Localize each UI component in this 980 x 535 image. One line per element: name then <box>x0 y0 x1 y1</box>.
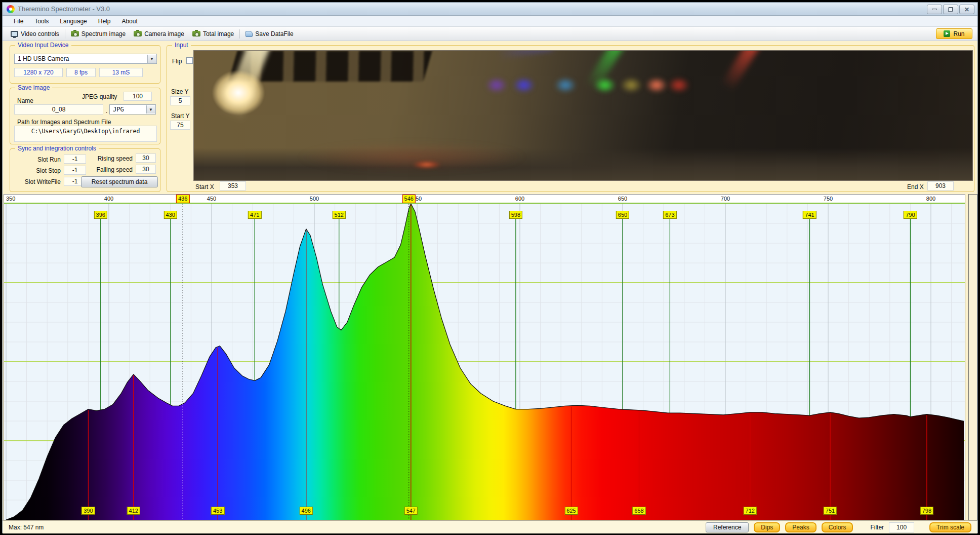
format-value: JPG <box>113 106 124 113</box>
filter-field[interactable]: 100 <box>889 522 914 532</box>
restore-button[interactable] <box>943 5 958 14</box>
spectrum-plot[interactable] <box>4 204 965 520</box>
speed-label-1: Falling speed <box>90 166 133 173</box>
peak-label-712[interactable]: 712 <box>744 507 757 515</box>
toolbar-label: Total image <box>203 30 234 37</box>
spectrum-chart[interactable]: 350400450500550600650700750800436546 396… <box>4 194 965 520</box>
toolbar-total-image[interactable]: Total image <box>188 29 238 39</box>
slot-field-1[interactable]: -1 <box>64 166 86 175</box>
start-x-field[interactable]: 353 <box>220 181 246 190</box>
minimize-button[interactable] <box>927 5 942 14</box>
dip-label-790[interactable]: 790 <box>904 211 917 219</box>
menu-file[interactable]: File <box>9 17 28 26</box>
axis-tick-700: 700 <box>721 196 730 202</box>
sync-group: Sync and integration controls Slot Run-1… <box>10 148 160 192</box>
save-image-group: Save image Name JPEG quality 100 0_08 . … <box>10 88 160 144</box>
save-datafile-icon <box>246 31 253 37</box>
sync-title: Sync and integration controls <box>15 145 99 152</box>
axis-tick-350: 350 <box>6 196 15 202</box>
speed-field-1[interactable]: 30 <box>136 165 156 174</box>
peak-label-798[interactable]: 798 <box>920 507 933 515</box>
video-device-select[interactable]: 1 HD USB Camera ▼ <box>14 54 157 64</box>
window-title: Theremino Spectrometer - V3.0 <box>18 5 110 13</box>
size-y-field[interactable]: 5 <box>170 96 190 105</box>
video-device-value: 1 HD USB Camera <box>18 55 69 62</box>
axis-tick-400: 400 <box>104 196 113 202</box>
slot-field-0[interactable]: -1 <box>64 155 86 164</box>
menu-help[interactable]: Help <box>93 17 116 26</box>
dip-label-673[interactable]: 673 <box>663 211 676 219</box>
app-icon <box>7 5 15 13</box>
dip-label-396[interactable]: 396 <box>94 211 107 219</box>
peak-label-412[interactable]: 412 <box>127 507 140 515</box>
lamp-glare <box>203 62 274 123</box>
jpeg-quality-field[interactable]: 100 <box>124 92 152 101</box>
dips-button[interactable]: Dips <box>754 522 780 532</box>
video-controls-icon <box>11 31 18 37</box>
slot-label-0: Slot Run <box>16 156 61 163</box>
axis-tick-800: 800 <box>926 196 935 202</box>
dip-label-598[interactable]: 598 <box>509 211 522 219</box>
calibration-label-436[interactable]: 436 <box>176 195 189 203</box>
toolbar-video-controls[interactable]: Video controls <box>7 29 63 39</box>
toolbar-label: Spectrum image <box>81 30 126 37</box>
start-y-field[interactable]: 75 <box>170 121 190 130</box>
dip-label-471[interactable]: 471 <box>248 211 261 219</box>
dot-label: . <box>106 107 107 114</box>
path-field[interactable]: C:\Users\GaryG\Desktop\infrared <box>14 126 157 142</box>
toolbar-save-datafile[interactable]: Save DataFile <box>241 29 297 39</box>
peaks-button[interactable]: Peaks <box>785 522 816 532</box>
end-x-field[interactable]: 903 <box>927 181 954 190</box>
peak-label-658[interactable]: 658 <box>632 507 645 515</box>
spectral-blob-red <box>668 77 690 93</box>
axis-tick-750: 750 <box>824 196 833 202</box>
toolbar-label: Video controls <box>21 30 59 37</box>
dip-label-430[interactable]: 430 <box>164 211 177 219</box>
axis-tick-650: 650 <box>618 196 627 202</box>
speed-label-0: Rising speed <box>90 155 133 162</box>
run-button[interactable]: Run <box>936 28 972 39</box>
peak-label-625[interactable]: 625 <box>564 507 578 515</box>
path-label: Path for Images and Spectrum File <box>17 119 111 126</box>
peak-label-496[interactable]: 496 <box>300 507 313 515</box>
video-stat-0: 1280 x 720 <box>14 68 63 77</box>
start-x-label: Start X <box>195 183 214 190</box>
peak-label-547[interactable]: 547 <box>404 507 418 515</box>
flip-checkbox[interactable] <box>186 57 193 64</box>
spectral-blob-orange <box>645 77 668 93</box>
restore-icon <box>948 7 953 12</box>
warm-glow <box>249 136 576 178</box>
trim-scale-button[interactable]: Trim scale <box>929 522 971 532</box>
dip-label-741[interactable]: 741 <box>803 211 816 219</box>
dip-label-650[interactable]: 650 <box>616 211 629 219</box>
play-icon <box>944 30 950 37</box>
toolbar-spectrum-image[interactable]: Spectrum image <box>67 29 130 39</box>
toolbar-camera-image[interactable]: Camera image <box>130 29 188 39</box>
menu-tools[interactable]: Tools <box>29 17 54 26</box>
reset-spectrum-button[interactable]: Reset spectrum data <box>81 176 158 187</box>
camera-icon <box>71 31 79 36</box>
axis-tick-600: 600 <box>515 196 524 202</box>
file-name-field[interactable]: 0_08 <box>14 104 103 114</box>
calibration-label-546[interactable]: 546 <box>402 195 416 203</box>
save-image-title: Save image <box>15 84 52 91</box>
peak-label-751[interactable]: 751 <box>824 507 837 515</box>
peak-label-453[interactable]: 453 <box>211 507 224 515</box>
colors-button[interactable]: Colors <box>822 522 853 532</box>
peak-label-390[interactable]: 390 <box>81 507 95 515</box>
chevron-down-icon[interactable]: ▼ <box>146 105 155 113</box>
wavelength-axis: 350400450500550600650700750800436546 <box>4 195 965 204</box>
slot-label-2: Slot WriteFile <box>16 178 61 185</box>
format-select[interactable]: JPG ▼ <box>109 104 156 114</box>
menu-about[interactable]: About <box>116 17 142 26</box>
toolbar-label: Save DataFile <box>255 30 293 37</box>
dip-label-512[interactable]: 512 <box>333 211 346 219</box>
toolbar: Video controlsSpectrum imageCamera image… <box>3 27 977 41</box>
speed-field-0[interactable]: 30 <box>136 154 156 163</box>
name-label: Name <box>17 97 33 104</box>
reference-button[interactable]: Reference <box>706 522 749 532</box>
spectral-blob-yellow <box>620 77 642 93</box>
chevron-down-icon[interactable]: ▼ <box>147 55 156 63</box>
menu-language[interactable]: Language <box>55 17 92 26</box>
close-button[interactable]: ✕ <box>959 5 974 14</box>
